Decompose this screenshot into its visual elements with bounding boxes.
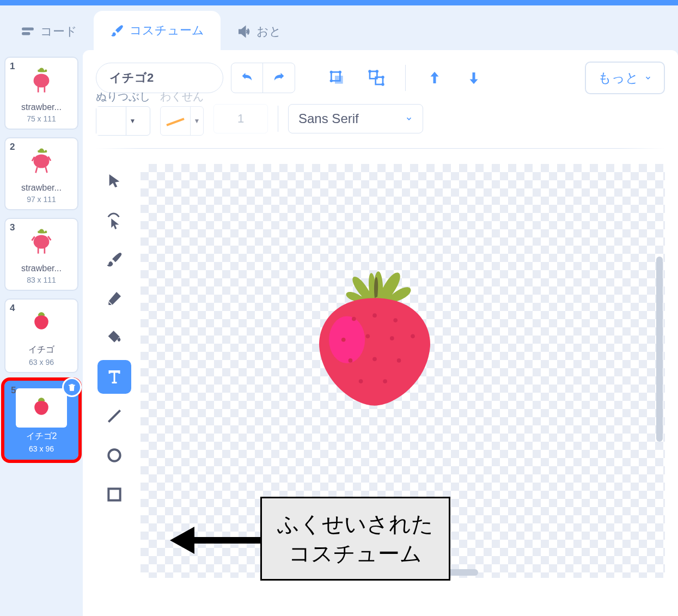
costume-thumb (21, 143, 62, 180)
tab-sounds[interactable]: おと (221, 13, 298, 50)
costume-item-5[interactable]: 5 イチゴ2 63 x 96 (4, 381, 78, 460)
forward-icon (426, 70, 443, 86)
line-icon (106, 407, 123, 425)
eraser-tool[interactable] (97, 282, 131, 315)
font-select[interactable]: Sans Serif (288, 104, 423, 133)
costume-thumb (21, 304, 62, 341)
undo-icon (240, 70, 255, 86)
costume-name: strawber... (21, 264, 62, 273)
svg-point-37 (349, 358, 353, 363)
costume-number: 1 (10, 61, 15, 72)
svg-rect-16 (335, 76, 343, 84)
more-button[interactable]: もっと (585, 62, 665, 94)
annotation-callout: ふくせいされた コスチューム (260, 497, 450, 581)
rectangle-tool[interactable] (97, 478, 131, 511)
canvas-sprite (304, 257, 445, 409)
undo-button[interactable] (231, 63, 263, 93)
fill-swatch (96, 107, 126, 135)
costume-number: 5 (10, 385, 17, 396)
group-button[interactable] (321, 63, 353, 93)
redo-button[interactable] (263, 63, 295, 93)
svg-point-40 (359, 379, 363, 383)
stroke-width-input[interactable]: 1 (213, 104, 268, 133)
costume-dims: 83 x 111 (27, 276, 56, 284)
costume-dims: 75 x 111 (27, 114, 56, 123)
group-icon (328, 69, 346, 87)
svg-point-29 (329, 316, 365, 363)
svg-rect-28 (108, 489, 120, 500)
backward-icon (466, 70, 482, 86)
editor-toolbar-row2: ぬりつぶし ▼ わくせん ▼ 1 Sans Serif (96, 102, 665, 135)
svg-marker-43 (170, 527, 194, 554)
eraser-icon (106, 290, 123, 307)
callout-line2: コスチューム (277, 539, 433, 568)
reshape-icon (105, 211, 124, 229)
svg-point-35 (390, 336, 394, 340)
costume-name: strawber... (21, 183, 62, 193)
canvas-scrollbar-vertical[interactable] (656, 257, 663, 442)
costume-item-3[interactable]: 3 strawber... 83 x 111 (4, 218, 78, 291)
svg-point-18 (339, 71, 341, 74)
svg-point-27 (108, 449, 120, 461)
svg-rect-0 (22, 27, 34, 30)
costume-thumb (16, 388, 67, 428)
backward-button[interactable] (458, 63, 490, 93)
costume-item-2[interactable]: 2 strawber... 97 x 111 (4, 137, 78, 210)
arrow-cursor-icon (106, 172, 123, 190)
svg-rect-4 (44, 87, 46, 93)
text-tool[interactable] (97, 360, 131, 394)
chevron-down-icon (644, 74, 652, 82)
svg-point-17 (330, 71, 333, 74)
fill-tool[interactable] (97, 321, 131, 355)
outline-dropdown[interactable]: ▼ (190, 107, 203, 135)
tab-bar: コード コスチューム おと (0, 5, 678, 50)
divider (96, 148, 665, 149)
separator (278, 106, 278, 132)
costume-thumb (21, 62, 62, 99)
circle-tool[interactable] (97, 438, 131, 472)
svg-rect-6 (35, 167, 38, 173)
svg-point-39 (397, 358, 401, 363)
svg-point-32 (393, 318, 398, 322)
line-tool[interactable] (97, 399, 131, 433)
select-tool[interactable] (97, 164, 131, 198)
tab-costumes-label: コスチューム (130, 22, 204, 39)
svg-rect-12 (44, 248, 46, 254)
forward-button[interactable] (419, 63, 450, 93)
callout-line1: ふくせいされた (277, 509, 433, 539)
outline-swatch (161, 107, 190, 135)
tab-costumes[interactable]: コスチューム (94, 11, 221, 50)
fill-label: ぬりつぶし (96, 89, 150, 104)
costume-dims: 63 x 96 (29, 358, 54, 367)
brush-icon (110, 23, 124, 38)
brush-tool[interactable] (97, 242, 131, 276)
more-label: もっと (598, 69, 639, 87)
svg-point-31 (372, 313, 377, 318)
separator (405, 65, 406, 91)
delete-costume-button[interactable] (62, 377, 82, 397)
costume-number: 4 (10, 303, 15, 314)
svg-point-30 (352, 317, 356, 321)
costume-item-1[interactable]: 1 strawber... 75 x 111 (4, 57, 78, 130)
bucket-icon (105, 328, 124, 347)
chevron-down-icon (405, 115, 413, 123)
reshape-tool[interactable] (97, 203, 131, 237)
outline-label: わくせん (160, 89, 204, 104)
fill-dropdown[interactable]: ▼ (126, 107, 139, 135)
svg-point-33 (341, 338, 346, 342)
costume-thumb (21, 223, 62, 260)
fill-color-picker[interactable]: ▼ (96, 106, 150, 136)
ungroup-button[interactable] (361, 63, 392, 93)
annotation-arrow (170, 524, 268, 557)
font-name: Sans Serif (298, 111, 359, 126)
svg-point-41 (383, 379, 387, 383)
svg-point-5 (34, 154, 50, 168)
outline-color-picker[interactable]: ▼ (160, 106, 204, 136)
svg-point-23 (376, 70, 378, 72)
svg-point-19 (330, 80, 333, 82)
trash-icon (67, 382, 77, 392)
redo-icon (271, 70, 286, 86)
tab-code[interactable]: コード (4, 13, 94, 50)
costume-item-4[interactable]: 4 イチゴ 63 x 96 (4, 298, 78, 373)
circle-icon (106, 447, 123, 464)
